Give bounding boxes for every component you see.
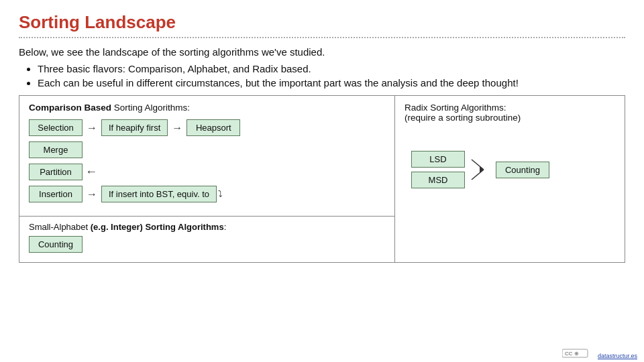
insertion-bst-box: If insert into BST, equiv. to [101, 186, 217, 202]
heapsort-box: Heapsort [186, 119, 240, 136]
comparison-title-bold: Comparison Based [29, 103, 111, 113]
comparison-title-rest: Sorting Algorithms: [111, 103, 190, 113]
radix-diagram: LSD MSD Counting [411, 149, 615, 190]
small-alphabet-bold: (e.g. Integer) Sorting Algorithms [91, 222, 224, 232]
comparison-rows: Selection → If heapify first → Heapsort … [29, 119, 385, 202]
radix-arrow-svg [470, 149, 490, 190]
merge-box: Merge [29, 141, 83, 158]
msd-box: MSD [411, 172, 465, 188]
comparison-panel: Comparison Based Sorting Algorithms: Sel… [19, 96, 395, 262]
page-title: Sorting Landscape [19, 12, 625, 33]
merge-row: Merge [29, 141, 385, 158]
partition-arrow-left: ← [85, 165, 97, 179]
insertion-arrow: → [83, 188, 101, 200]
selection-arrow: → [83, 122, 101, 134]
radix-right-col: Counting [496, 162, 549, 178]
cc-badge: CC ⊕ [562, 349, 589, 359]
svg-marker-2 [480, 166, 484, 173]
heapify-box: If heapify first [101, 119, 168, 136]
selection-row: Selection → If heapify first → Heapsort [29, 119, 385, 136]
diagram-area: Comparison Based Sorting Algorithms: Sel… [19, 95, 625, 263]
small-alphabet-section: Small-Alphabet (e.g. Integer) Sorting Al… [19, 216, 394, 257]
footer-link[interactable]: datastructur.es [598, 353, 637, 359]
bullet-list: Three basic flavors: Comparison, Alphabe… [38, 63, 625, 88]
intro-text: Below, we see the landscape of the sorti… [19, 46, 625, 58]
partition-box: Partition [29, 164, 83, 180]
small-alphabet-normal: Small-Alphabet [29, 222, 91, 232]
radix-arrows [470, 149, 490, 190]
insertion-box: Insertion [29, 186, 83, 202]
partition-row: Partition ← [29, 164, 385, 180]
svg-text:CC: CC [565, 351, 573, 357]
cc-icon: CC ⊕ [562, 349, 589, 358]
insertion-row: Insertion → If insert into BST, equiv. t… [29, 186, 385, 202]
radix-left-col: LSD MSD [411, 151, 465, 188]
bullet-1: Three basic flavors: Comparison, Alphabe… [38, 63, 625, 74]
lsd-box: LSD [411, 151, 465, 168]
radix-panel-title: Radix Sorting Algorithms: (require a sor… [405, 103, 615, 123]
radix-counting-box: Counting [496, 162, 549, 178]
small-alphabet-colon: : [224, 222, 227, 232]
selection-box: Selection [29, 119, 83, 136]
heapsort-arrow: → [168, 122, 186, 134]
radix-subtitle: (require a sorting subroutine) [405, 113, 521, 123]
insertion-curve: ⤵ [218, 189, 223, 199]
counting-box: Counting [29, 236, 83, 253]
comparison-panel-title: Comparison Based Sorting Algorithms: [29, 103, 385, 113]
small-alphabet-label: Small-Alphabet (e.g. Integer) Sorting Al… [29, 222, 385, 232]
radix-panel: Radix Sorting Algorithms: (require a sor… [395, 96, 625, 262]
title-divider [19, 37, 625, 38]
svg-text:⊕: ⊕ [574, 351, 579, 357]
bullet-2: Each can be useful in different circumst… [38, 77, 625, 88]
radix-title: Radix Sorting Algorithms: [405, 103, 506, 113]
counting-box-wrapper: Counting [29, 236, 385, 253]
